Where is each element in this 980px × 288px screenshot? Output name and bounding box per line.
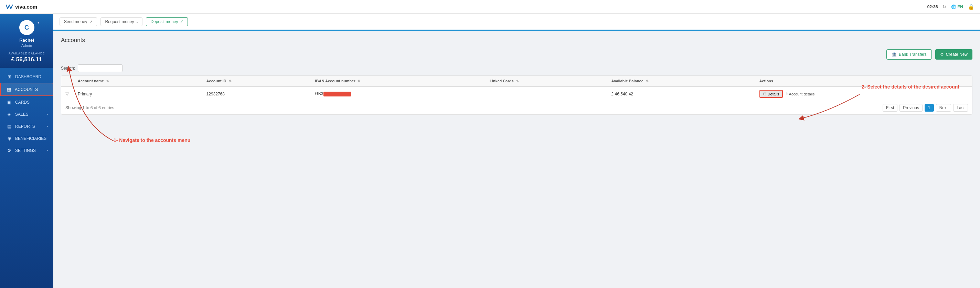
first-page-button[interactable]: First xyxy=(883,104,897,112)
row-icon: ▽ xyxy=(61,86,74,101)
sidebar-item-label: SALES xyxy=(15,112,29,117)
topbar-time: 02:36 xyxy=(928,5,938,9)
iban-prefix: GB3 xyxy=(315,91,323,96)
sidebar-item-sales[interactable]: ◈ SALES › xyxy=(0,108,53,120)
sidebar-item-label: REPORTS xyxy=(15,124,35,129)
showing-text: Showing 1 to 6 of 6 entries xyxy=(65,106,114,110)
annotation-1: 1- Navigate to the accounts menu xyxy=(113,138,190,143)
sidebar-item-accounts[interactable]: ▦ ACCOUNTS xyxy=(0,83,53,96)
request-money-button[interactable]: Request money ↓ xyxy=(100,17,142,26)
check-icon: ✓ xyxy=(180,19,183,24)
sidebar-item-cards[interactable]: ▣ CARDS xyxy=(0,96,53,108)
logo-text: viva.com xyxy=(15,4,37,10)
beneficiaries-icon: ◉ xyxy=(6,136,12,141)
previous-page-button[interactable]: Previous xyxy=(899,104,923,112)
sidebar-item-settings[interactable]: ⚙ SETTINGS › xyxy=(0,144,53,157)
details-button[interactable]: ⊡ Details xyxy=(759,90,783,98)
sidebar-balance-label: AVAILABLE BALANCE xyxy=(9,52,45,55)
row-extra xyxy=(962,86,972,101)
bank-transfers-button[interactable]: 🏦 Bank Transfers xyxy=(886,49,932,59)
col-iban[interactable]: IBAN Account number ⇅ xyxy=(311,76,485,86)
account-details-label: Account details xyxy=(789,92,815,96)
create-new-label: Create New xyxy=(946,52,967,57)
sidebar-item-label: CARDS xyxy=(15,100,30,105)
col-account-id[interactable]: Account ID ⇅ xyxy=(202,76,311,86)
col-actions: Actions xyxy=(755,76,962,86)
chevron-right-icon: › xyxy=(47,124,48,128)
cards-icon: ▣ xyxy=(6,99,12,105)
globe-icon: 🌐 xyxy=(951,5,956,9)
col-extra xyxy=(962,76,972,86)
current-page: 1 xyxy=(924,104,934,112)
content-area: Accounts 🏦 Bank Transfers ⚙ Create New S… xyxy=(53,30,980,288)
main-area: Send money ↗ Request money ↓ Deposit mon… xyxy=(53,14,980,288)
col-linked-cards[interactable]: Linked Cards ⇅ xyxy=(485,76,607,86)
topbar-right: 02:36 ↻ 🌐 EN 🔒 xyxy=(928,4,975,10)
topbar-lock-icon[interactable]: 🔒 xyxy=(968,4,975,10)
accounts-table-container: Account name ⇅ Account ID ⇅ IBAN Account… xyxy=(61,75,972,115)
row-iban: GB3 xyxy=(311,86,485,101)
row-account-name: Primary xyxy=(74,86,202,101)
sidebar-item-label: SETTINGS xyxy=(15,148,36,153)
pagination-controls: First Previous 1 Next Last xyxy=(883,104,968,112)
sync-icon: ↻ xyxy=(942,4,946,9)
search-row: Search: xyxy=(61,64,972,72)
info-icon: ℹ xyxy=(786,92,788,96)
sidebar-item-label: BENEFICIARIES xyxy=(15,136,46,141)
sidebar-item-beneficiaries[interactable]: ◉ BENEFICIARIES xyxy=(0,132,53,144)
table-row: ▽ Primary 12932768 GB3 £ 46,540.42 ⊡ xyxy=(61,86,972,101)
reports-icon: ▤ xyxy=(6,124,12,129)
last-page-button[interactable]: Last xyxy=(953,104,968,112)
search-input[interactable] xyxy=(78,64,123,72)
gear-icon: ⚙ xyxy=(940,52,944,57)
pagination-row: Showing 1 to 6 of 6 entries First Previo… xyxy=(61,101,972,114)
search-label: Search: xyxy=(61,66,75,70)
row-account-id: 12932768 xyxy=(202,86,311,101)
topbar: viva.com 02:36 ↻ 🌐 EN 🔒 xyxy=(0,0,980,14)
sales-icon: ◈ xyxy=(6,112,12,117)
sidebar-user-role: Admin xyxy=(21,43,32,48)
row-balance: £ 46,540.42 xyxy=(607,86,755,101)
page-title: Accounts xyxy=(61,37,972,44)
dashboard-icon: ⊞ xyxy=(6,74,12,79)
sidebar-item-dashboard[interactable]: ⊞ DASHBOARD xyxy=(0,70,53,83)
request-money-label: Request money xyxy=(105,19,134,24)
avatar: C xyxy=(19,20,34,35)
sidebar-item-reports[interactable]: ▤ REPORTS › xyxy=(0,120,53,132)
deposit-money-button[interactable]: Deposit money ✓ xyxy=(146,17,188,26)
sidebar-item-label: ACCOUNTS xyxy=(15,87,38,92)
sort-icon: ⇅ xyxy=(516,80,519,83)
settings-icon: ⚙ xyxy=(6,148,12,153)
bank-transfers-label: Bank Transfers xyxy=(899,52,927,57)
details-icon: ⊡ xyxy=(763,92,766,96)
col-icon xyxy=(61,76,74,86)
logo: viva.com xyxy=(5,3,37,11)
viva-logo-icon xyxy=(5,3,13,11)
toolbar-right: 🏦 Bank Transfers ⚙ Create New xyxy=(61,49,972,59)
sidebar-user-area: C ▾ Rachel Admin AVAILABLE BALANCE £ 56,… xyxy=(0,14,53,68)
sort-icon: ⇅ xyxy=(229,80,232,83)
create-new-button[interactable]: ⚙ Create New xyxy=(935,49,972,59)
sidebar-nav: ⊞ DASHBOARD ▦ ACCOUNTS ▣ CARDS ◈ SALES ›… xyxy=(0,70,53,157)
bank-icon: 🏦 xyxy=(892,52,897,57)
accounts-icon: ▦ xyxy=(6,87,12,92)
sort-icon: ⇅ xyxy=(106,80,109,83)
avatar-dropdown-icon[interactable]: ▾ xyxy=(38,21,39,24)
chevron-right-icon: › xyxy=(47,112,48,116)
row-actions: ⊡ Details ℹ Account details xyxy=(755,86,962,101)
send-money-button[interactable]: Send money ↗ xyxy=(59,17,97,26)
send-icon: ↗ xyxy=(89,19,92,24)
next-page-button[interactable]: Next xyxy=(936,104,951,112)
sidebar-balance: £ 56,516.11 xyxy=(11,56,42,63)
account-details-button[interactable]: ℹ Account details xyxy=(786,92,815,96)
col-account-name[interactable]: Account name ⇅ xyxy=(74,76,202,86)
table-body: ▽ Primary 12932768 GB3 £ 46,540.42 ⊡ xyxy=(61,86,972,101)
download-icon: ↓ xyxy=(136,19,138,24)
layout: C ▾ Rachel Admin AVAILABLE BALANCE £ 56,… xyxy=(0,14,980,288)
deposit-money-label: Deposit money xyxy=(150,19,178,24)
send-money-label: Send money xyxy=(64,19,87,24)
sort-icon: ⇅ xyxy=(358,80,360,83)
topbar-language[interactable]: 🌐 EN xyxy=(951,5,963,9)
col-balance[interactable]: Available Balance ⇅ xyxy=(607,76,755,86)
action-bar: Send money ↗ Request money ↓ Deposit mon… xyxy=(53,14,980,30)
